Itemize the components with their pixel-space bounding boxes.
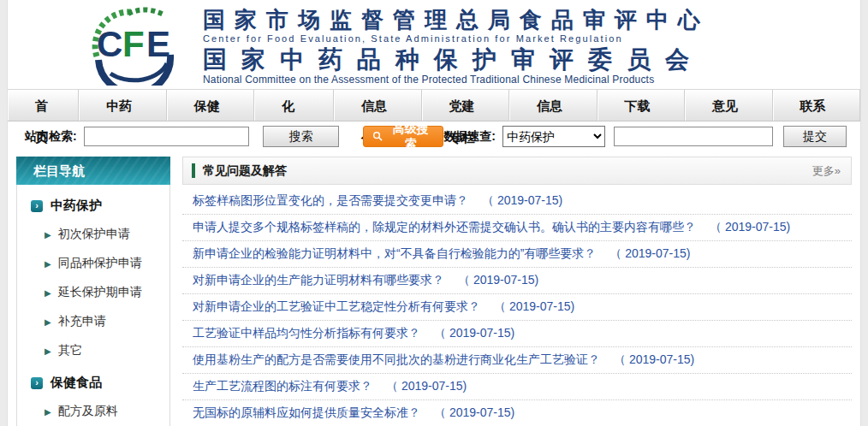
main-nav: 首页 中药保护 保健食品 化妆品 信息公开 党建专栏 信息查询 下载专区 意见建… (8, 89, 860, 121)
sidebar-item[interactable]: › ▶ 中药保护 (17, 188, 169, 220)
sidebar-item[interactable]: › ▶ 初次保护申请 (17, 220, 169, 249)
section-arrow-icon: › (31, 200, 43, 212)
item-arrow-icon: ▶ (45, 407, 51, 417)
sidebar: 栏目导航 › ▶ 中药保护 › ▶ 初次保护申请 (16, 157, 170, 426)
faq-row: 工艺验证中样品均匀性分析指标有何要求？ （ 2019-07-15) (182, 321, 852, 347)
nav-item[interactable]: 保健食品 (167, 90, 254, 121)
logo-letter-f: F (122, 24, 145, 64)
data-quick-label: 数据速查: (443, 129, 496, 145)
site-titles: 国家市场监督管理总局食品审评中心 Center for Food Evaluat… (203, 3, 710, 86)
sidebar-title: 栏目导航 (16, 157, 170, 185)
item-arrow-icon: ▶ (45, 259, 51, 269)
site-search-label: 站内检索: (25, 129, 77, 145)
sidebar-item-label: 初次保护申请 (58, 227, 130, 242)
sidebar-item-label: 中药保护 (51, 198, 102, 214)
faq-date: （ 2019-07-15) (614, 352, 694, 368)
nav-item[interactable]: 党建专栏 (422, 90, 509, 121)
page: C F E 国家市场监督管理总局食品审评中心 Center for Food E… (7, 0, 861, 426)
nav-item[interactable]: 化妆品 (254, 90, 334, 121)
sidebar-item-label: 保健食品 (51, 375, 102, 391)
faq-row: 对新申请企业的生产能力证明材料有哪些要求？ （ 2019-07-15) (182, 268, 852, 294)
advanced-search-label: 高级搜索 (387, 121, 434, 152)
magnifier-icon (372, 131, 383, 142)
faq-question-link[interactable]: 无国标的原辅料应如何提供质量安全标准？ (193, 405, 420, 421)
sidebar-item[interactable]: › ▶ 同品种保护申请 (17, 249, 169, 278)
faq-date: （ 2019-07-15) (458, 273, 538, 288)
search-button[interactable]: 搜索 (263, 126, 339, 147)
faq-question-link[interactable]: 申请人提交多个规格标签样稿的，除规定的材料外还需提交确认书。确认书的主要内容有哪… (193, 220, 696, 235)
submit-button[interactable]: 提交 (783, 126, 847, 147)
faq-question-link[interactable]: 生产工艺流程图的标注有何要求？ (193, 379, 372, 394)
faq-date: （ 2019-07-15) (609, 246, 690, 262)
data-quick-select[interactable]: 中药保护 (502, 126, 605, 147)
sidebar-item[interactable]: › ▶ 延长保护期申请 (17, 278, 169, 307)
panel-title: 常见问题及解答 (203, 163, 287, 179)
sidebar-item-label: 同品种保护申请 (58, 256, 142, 271)
search-bar: 站内检索: 搜索 高级搜索 数据速查: 中药保护 提交 (8, 121, 860, 151)
faq-row: 无国标的原辅料应如何提供质量安全标准？ （ 2019-07-15) (182, 400, 852, 426)
sidebar-item-label: 其它 (58, 343, 82, 358)
faq-question-link[interactable]: 使用基粉生产的配方是否需要使用不同批次的基粉进行商业化生产工艺验证？ (193, 352, 600, 368)
sidebar-item-label: 配方及原料 (58, 404, 118, 419)
main-panel: 常见问题及解答 更多» 标签样稿图形位置变化的，是否需要提交变更申请？ （ 20… (182, 157, 852, 426)
faq-question-link[interactable]: 标签样稿图形位置变化的，是否需要提交变更申请？ (193, 193, 468, 209)
data-quick-search: 数据速查: 中药保护 提交 (443, 126, 847, 147)
faq-row: 新申请企业的检验能力证明材料中，对“不具备自行检验能力的”有哪些要求？ （ 20… (182, 241, 852, 268)
sidebar-item[interactable]: › ▶ 保健食品 (17, 365, 169, 397)
sidebar-item-label: 延长保护期申请 (58, 285, 142, 300)
nav-item[interactable]: 下载专区 (597, 90, 685, 121)
faq-question-link[interactable]: 对新申请企业的生产能力证明材料有哪些要求？ (193, 273, 444, 288)
panel-header: 常见问题及解答 更多» (182, 157, 852, 185)
item-arrow-icon: ▶ (45, 346, 51, 356)
faq-date: （ 2019-07-15) (434, 326, 514, 341)
data-quick-input[interactable] (614, 127, 773, 146)
nav-item[interactable]: 信息公开 (334, 90, 421, 121)
site-title-cn-1: 国家市场监督管理总局食品审评中心 (203, 7, 710, 33)
faq-row: 申请人提交多个规格标签样稿的，除规定的材料外还需提交确认书。确认书的主要内容有哪… (182, 215, 852, 241)
site-title-en-1: Center for Food Evaluation, State Admini… (203, 33, 710, 44)
item-arrow-icon: ▶ (45, 230, 51, 240)
site-search-input[interactable] (84, 127, 250, 146)
faq-date: （ 2019-07-15) (386, 379, 467, 394)
site-title-cn-2: 国家中药品种保护审评委员会 (203, 46, 710, 74)
section-arrow-icon: › (31, 377, 43, 389)
faq-date: （ 2019-07-15) (434, 405, 514, 421)
nav-item[interactable]: 信息查询 (509, 90, 597, 121)
site-header: C F E 国家市场监督管理总局食品审评中心 Center for Food E… (8, 0, 860, 89)
faq-row: 标签样稿图形位置变化的，是否需要提交变更申请？ （ 2019-07-15) (182, 188, 852, 215)
faq-question-link[interactable]: 工艺验证中样品均匀性分析指标有何要求？ (193, 326, 420, 341)
cfe-logo: C F E (81, 3, 189, 86)
sidebar-menu: › ▶ 中药保护 › ▶ 初次保护申请 › ▶ 同品种保护申请 (16, 185, 170, 426)
faq-date: （ 2019-07-15) (494, 299, 574, 315)
faq-question-link[interactable]: 新申请企业的检验能力证明材料中，对“不具备自行检验能力的”有哪些要求？ (193, 246, 596, 262)
item-arrow-icon: ▶ (45, 288, 51, 298)
faq-list: 标签样稿图形位置变化的，是否需要提交变更申请？ （ 2019-07-15) 申请… (182, 188, 852, 426)
logo-letter-e: E (146, 24, 170, 64)
sidebar-item-label: 补充申请 (58, 314, 106, 329)
faq-row: 生产工艺流程图的标注有何要求？ （ 2019-07-15) (182, 374, 852, 400)
more-link[interactable]: 更多» (812, 163, 841, 179)
nav-item[interactable]: 意见建议 (685, 90, 772, 121)
faq-date: （ 2019-07-15) (710, 220, 790, 235)
item-arrow-icon: ▶ (45, 317, 51, 327)
logo-letter-c: C (97, 24, 122, 64)
sidebar-item[interactable]: › ▶ 其它 (17, 336, 169, 365)
nav-item[interactable]: 中药保护 (79, 90, 166, 121)
site-title-en-2: National Committee on the Assessment of … (203, 74, 710, 86)
title-bar-marker (192, 163, 195, 178)
faq-question-link[interactable]: 对新申请企业的工艺验证中工艺稳定性分析有何要求？ (193, 299, 480, 315)
sidebar-item[interactable]: › ▶ 补充申请 (17, 307, 169, 336)
faq-date: （ 2019-07-15) (482, 193, 562, 209)
faq-row: 对新申请企业的工艺验证中工艺稳定性分析有何要求？ （ 2019-07-15) (182, 294, 852, 321)
advanced-search-button[interactable]: 高级搜索 (363, 126, 443, 147)
nav-item[interactable]: 联系我们 (773, 90, 860, 121)
sidebar-item[interactable]: › ▶ 配方及原料 (17, 397, 169, 426)
nav-item[interactable]: 首页 (8, 90, 79, 121)
faq-row: 使用基粉生产的配方是否需要使用不同批次的基粉进行商业化生产工艺验证？ （ 201… (182, 347, 852, 374)
content-area: 栏目导航 › ▶ 中药保护 › ▶ 初次保护申请 (8, 151, 860, 426)
